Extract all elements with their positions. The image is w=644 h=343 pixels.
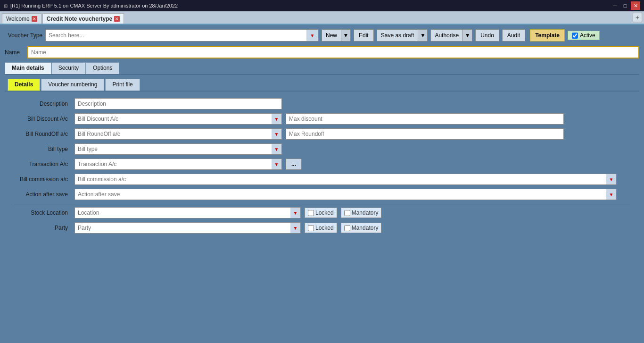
template-button[interactable]: Template — [530, 29, 565, 42]
bill-roundoff-label: Bill RoundOff a/c — [14, 131, 71, 137]
action-after-save-arrow[interactable]: ▼ — [606, 189, 617, 200]
party-label: Party — [14, 225, 71, 231]
max-discount-input[interactable] — [286, 113, 564, 125]
active-status-wrap: Active — [568, 31, 600, 40]
action-after-save-input[interactable] — [74, 189, 617, 200]
location-mandatory-checkbox[interactable] — [344, 210, 350, 216]
bill-type-select-wrap: ▼ — [74, 143, 282, 155]
bill-type-arrow-icon: ▼ — [274, 147, 279, 152]
audit-button[interactable]: Audit — [502, 29, 525, 42]
bill-roundoff-arrow[interactable]: ▼ — [272, 128, 282, 140]
tab-bar: Welcome ✕ Credit Note vouchertype ✕ + — [0, 11, 644, 25]
toolbar-row: Voucher Type ▼ New ▼ Edit Save as draft … — [5, 29, 639, 42]
tab-voucher-numbering[interactable]: Voucher numbering — [41, 79, 104, 91]
party-locked-wrap: Locked — [305, 223, 337, 233]
description-input[interactable] — [74, 98, 282, 109]
name-input[interactable] — [27, 46, 639, 59]
location-locked-wrap: Locked — [305, 208, 337, 218]
location-locked-label: Locked — [315, 209, 334, 216]
tab-print-file-label: Print file — [112, 81, 132, 88]
bill-roundoff-select-wrap: ▼ — [74, 128, 282, 140]
transaction-ac-row: Transaction A/c ▼ ... — [14, 159, 630, 170]
edit-button[interactable]: Edit — [354, 29, 374, 42]
transaction-dotdotdot-button[interactable]: ... — [286, 159, 302, 170]
new-button-split: New ▼ — [322, 29, 351, 42]
party-locked-checkbox[interactable] — [308, 225, 314, 231]
max-roundoff-input[interactable] — [286, 128, 564, 140]
tab-main-details[interactable]: Main details — [5, 62, 51, 74]
bill-type-label: Bill type — [14, 146, 71, 152]
minimize-button[interactable]: ─ — [610, 1, 619, 10]
main-area: Voucher Type ▼ New ▼ Edit Save as draft … — [0, 25, 644, 247]
undo-button[interactable]: Undo — [475, 29, 499, 42]
close-button[interactable]: ✕ — [631, 1, 640, 10]
content-panel: Details Voucher numbering Print file Des… — [5, 75, 639, 242]
stock-location-label: Stock Location — [14, 209, 71, 216]
tab-options[interactable]: Options — [86, 62, 119, 74]
tab-credit-note[interactable]: Credit Note vouchertype ✕ — [42, 13, 124, 24]
location-arrow[interactable]: ▼ — [290, 207, 301, 218]
maximize-button[interactable]: □ — [620, 1, 630, 10]
bill-commission-arrow[interactable]: ▼ — [606, 174, 617, 185]
name-label: Name — [5, 49, 24, 56]
new-button[interactable]: New — [322, 29, 341, 42]
save-draft-dropdown[interactable]: ▼ — [418, 29, 428, 42]
tab-main-details-label: Main details — [12, 65, 44, 71]
title-bar: ⊞ [R1] Running ERP 5.1 on CMAX Server By… — [0, 0, 644, 11]
tab-voucher-numbering-label: Voucher numbering — [48, 81, 97, 88]
bill-roundoff-input[interactable] — [74, 128, 282, 140]
tab-print-file[interactable]: Print file — [105, 79, 140, 91]
party-input[interactable] — [74, 222, 301, 234]
transaction-ac-arrow-icon: ▼ — [274, 162, 279, 167]
party-select-wrap: ▼ — [74, 222, 301, 234]
tab-security-label: Security — [58, 65, 79, 71]
authorise-button[interactable]: Authorise — [430, 29, 463, 42]
action-after-save-label: Action after save — [14, 191, 71, 198]
bill-discount-arrow-icon: ▼ — [274, 117, 279, 122]
bill-discount-input[interactable] — [74, 113, 282, 125]
bill-roundoff-arrow-icon: ▼ — [274, 132, 279, 137]
active-checkbox[interactable] — [572, 33, 578, 39]
bill-commission-row: Bill commission a/c ▼ — [14, 174, 630, 185]
authorise-arrow-icon: ▼ — [465, 32, 471, 39]
voucher-type-input[interactable] — [45, 29, 319, 42]
stock-location-select-wrap: ▼ — [74, 207, 301, 218]
app-icon: ⊞ — [4, 3, 8, 8]
bill-type-arrow[interactable]: ▼ — [272, 143, 282, 155]
tab-welcome-close[interactable]: ✕ — [32, 16, 37, 22]
new-button-dropdown[interactable]: ▼ — [341, 29, 351, 42]
bill-discount-arrow[interactable]: ▼ — [272, 113, 282, 125]
transaction-ac-input[interactable] — [74, 159, 282, 170]
tab-security[interactable]: Security — [51, 62, 86, 74]
bill-discount-select-wrap: ▼ — [74, 113, 282, 125]
party-row: Party ▼ Locked Mandatory — [14, 222, 630, 234]
active-label: Active — [580, 32, 595, 39]
party-mandatory-checkbox[interactable] — [344, 225, 350, 231]
party-mandatory-wrap: Mandatory — [341, 223, 382, 233]
description-row: Description — [14, 98, 630, 109]
location-mandatory-label: Mandatory — [352, 209, 379, 216]
tab-details[interactable]: Details — [8, 79, 40, 91]
transaction-ac-arrow[interactable]: ▼ — [272, 159, 282, 170]
tab-credit-note-close[interactable]: ✕ — [114, 16, 120, 22]
tab-add-button[interactable]: + — [633, 13, 642, 22]
template-section: Template — [530, 29, 565, 42]
location-locked-checkbox[interactable] — [308, 210, 314, 216]
bill-commission-input[interactable] — [74, 174, 617, 185]
location-input[interactable] — [74, 207, 301, 218]
save-draft-button[interactable]: Save as draft — [377, 29, 419, 42]
bill-discount-label: Bill Discount A/c — [14, 116, 71, 122]
party-mandatory-label: Mandatory — [352, 225, 379, 231]
transaction-ac-select-wrap: ▼ — [74, 159, 282, 170]
tab-welcome[interactable]: Welcome ✕ — [2, 13, 41, 24]
tab-welcome-label: Welcome — [6, 16, 30, 22]
authorise-dropdown[interactable]: ▼ — [463, 29, 472, 42]
form-area: Description Bill Discount A/c ▼ Bill Rou… — [5, 93, 639, 242]
voucher-type-dropdown-btn[interactable]: ▼ — [306, 29, 319, 42]
bill-type-input[interactable] — [74, 143, 282, 155]
party-arrow[interactable]: ▼ — [290, 222, 301, 234]
action-after-save-arrow-icon: ▼ — [609, 192, 614, 197]
location-mandatory-wrap: Mandatory — [341, 208, 382, 218]
new-dropdown-icon: ▼ — [343, 32, 349, 39]
description-label: Description — [14, 100, 71, 107]
